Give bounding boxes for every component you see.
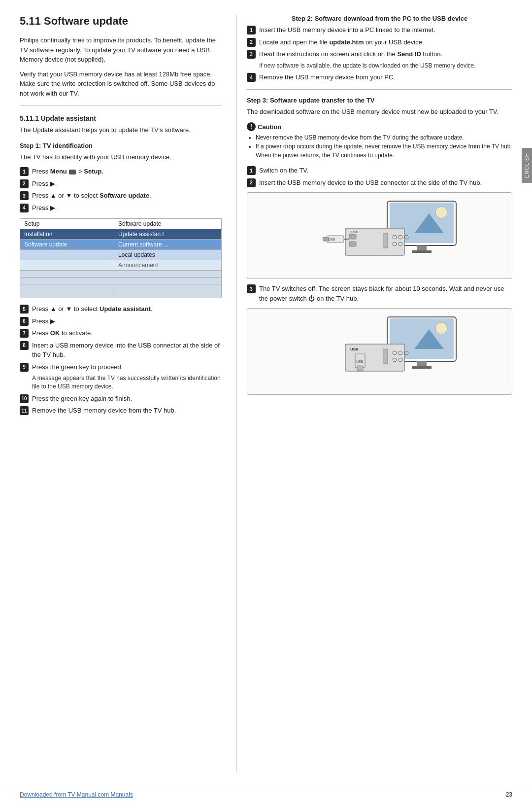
divider-step3: [247, 89, 512, 90]
footer-link[interactable]: Downloaded from TV-Manual.com Manuals: [20, 791, 133, 798]
step1-list-cont2: 10 Press the green key again to finish. …: [20, 394, 222, 416]
step3-item-3: 3 The TV switches off. The screen stays …: [247, 284, 512, 303]
menu-row-local-updates: Local updates: [20, 250, 222, 260]
step-num-7: 7: [20, 329, 29, 338]
svg-rect-10: [384, 233, 388, 248]
step2-list: 1 Insert the USB memory device into a PC…: [247, 25, 512, 59]
step-num-2: 2: [20, 179, 29, 188]
step1-list-cont: 5 Press ▲ or ▼ to select Update assistan…: [20, 304, 222, 372]
menu-row-installation: Installation Update assistan t: [20, 229, 222, 240]
svg-rect-24: [417, 361, 427, 366]
menu-cell-empty-2: [20, 260, 114, 271]
step1-text-9: Press the green key to proceed.: [32, 362, 222, 372]
svg-rect-31: [384, 349, 388, 364]
step1-item-4: 4 Press ▶.: [20, 203, 222, 213]
step2-note: If new software is available, the update…: [259, 62, 512, 70]
step1-text-7: Press OK to activate.: [32, 328, 222, 338]
step-num-8: 8: [20, 341, 29, 350]
step2-text-1: Insert the USB memory device into a PC l…: [259, 25, 512, 35]
step1-item-6: 6 Press ▶.: [20, 316, 222, 326]
step3-text-1: Switch on the TV.: [259, 166, 512, 175]
tv-diagram-1: USB USB: [247, 192, 512, 279]
caution-item-2: If a power drop occurs during the update…: [256, 142, 512, 160]
step2-title: Step 2: Software download from the PC to…: [247, 15, 512, 22]
menu-row-empty-1: [20, 271, 222, 278]
svg-rect-7: [349, 234, 356, 239]
step1-title: Step 1: TV identification: [20, 142, 222, 149]
step2-text-4: Remove the USB memory device from your P…: [259, 72, 512, 82]
step2-num-2: 2: [247, 38, 256, 47]
svg-text:USB: USB: [351, 230, 359, 234]
step-num-1: 1: [20, 167, 29, 176]
menu-table-header-col2: Software update: [114, 219, 222, 229]
step1-text-11: Remove the USB memory device from the TV…: [32, 406, 222, 416]
svg-rect-25: [412, 366, 432, 369]
tv-diagram-2: USB USB: [247, 308, 512, 395]
tv-svg-2: USB USB: [296, 314, 464, 388]
caution-box: ! Caution Never remove the USB memory de…: [247, 122, 512, 160]
step1-item-5: 5 Press ▲ or ▼ to select Update assistan…: [20, 304, 222, 314]
menu-row-empty-4: [20, 291, 222, 298]
subsection-511-desc: The Update assistant helps you to update…: [20, 125, 222, 135]
menu-row-software-update: Software update Current software ...: [20, 240, 222, 250]
step1-item-9: 9 Press the green key to proceed.: [20, 362, 222, 372]
step2-num-4: 4: [247, 73, 256, 82]
step-num-5: 5: [20, 305, 29, 314]
menu-cell-software-update: Software update: [20, 240, 114, 250]
subsection-511-title: 5.11.1 Update assistant: [20, 114, 222, 122]
menu-cell-announcement: Announcement: [114, 260, 222, 271]
intro-p2: Verify that your USB memory device has a…: [20, 70, 222, 99]
step1-text-4: Press ▶.: [32, 203, 222, 213]
svg-rect-4: [417, 245, 427, 250]
step1-text-3: Press ▲ or ▼ to select Software update.: [32, 191, 222, 201]
tv-svg-1: USB USB: [296, 199, 464, 273]
menu-table-header-col1: Setup: [20, 219, 114, 229]
step1-item-11: 11 Remove the USB memory device from the…: [20, 406, 222, 416]
svg-rect-29: [357, 366, 363, 371]
step1-item-10: 10 Press the green key again to finish.: [20, 394, 222, 404]
section-title: 5.11 Software update: [20, 15, 222, 28]
step2-text-2: Locate and open the file update.htm on y…: [259, 37, 512, 47]
step2-text-3: Read the instructions on screen and clic…: [259, 49, 512, 59]
menu-row-announcement: Announcement: [20, 260, 222, 271]
step2-item-2: 2 Locate and open the file update.htm on…: [247, 37, 512, 47]
step1-item-3: 3 Press ▲ or ▼ to select Software update…: [20, 191, 222, 201]
caution-list: Never remove the USB memory device from …: [247, 133, 512, 160]
step2-num-1: 1: [247, 26, 256, 35]
step2-item-1: 1 Insert the USB memory device into a PC…: [247, 25, 512, 35]
menu-icon: [69, 170, 76, 174]
footer: Downloaded from TV-Manual.com Manuals 23: [0, 787, 532, 802]
step-num-11: 11: [20, 406, 29, 415]
step2-list-cont: 4 Remove the USB memory device from your…: [247, 72, 512, 82]
step-num-4: 4: [20, 204, 29, 212]
right-column: Step 2: Software download from the PC to…: [236, 15, 512, 772]
left-column: 5.11 Software update Philips continually…: [20, 15, 236, 772]
caution-title: ! Caution: [247, 122, 512, 131]
step3-num-2: 2: [247, 178, 256, 187]
step-num-6: 6: [20, 317, 29, 326]
step3-item-1: 1 Switch on the TV.: [247, 166, 512, 175]
step3-text-2: Insert the USB memory device to the USB …: [259, 178, 512, 188]
step1-item-2: 2 Press ▶.: [20, 179, 222, 189]
menu-row-empty-3: [20, 284, 222, 291]
step1-desc: The TV has to identify with your USB mem…: [20, 152, 222, 162]
step2-num-3: 3: [247, 50, 256, 59]
caution-item-1: Never remove the USB memory device from …: [256, 133, 512, 142]
step-num-3: 3: [20, 191, 29, 200]
step1-text-6: Press ▶.: [32, 316, 222, 326]
step3-list-2: 3 The TV switches off. The screen stays …: [247, 284, 512, 303]
step3-title: Step 3: Software update transfer to the …: [247, 97, 512, 104]
step2-item-3: 3 Read the instructions on screen and cl…: [247, 49, 512, 59]
step1-item-8: 8 Insert a USB memory device into the US…: [20, 341, 222, 360]
divider-1: [20, 105, 222, 105]
svg-text:USB: USB: [350, 347, 359, 351]
step3-num-1: 1: [247, 166, 256, 175]
step2-item-4: 4 Remove the USB memory device from your…: [247, 72, 512, 82]
page-number: 23: [506, 791, 512, 798]
step1-item-7: 7 Press OK to activate.: [20, 328, 222, 338]
menu-row-empty-2: [20, 278, 222, 284]
caution-icon: !: [247, 122, 256, 131]
sidebar-language-tab: ENGLISH: [522, 148, 532, 183]
svg-point-23: [435, 322, 447, 334]
svg-text:USB: USB: [328, 238, 335, 241]
